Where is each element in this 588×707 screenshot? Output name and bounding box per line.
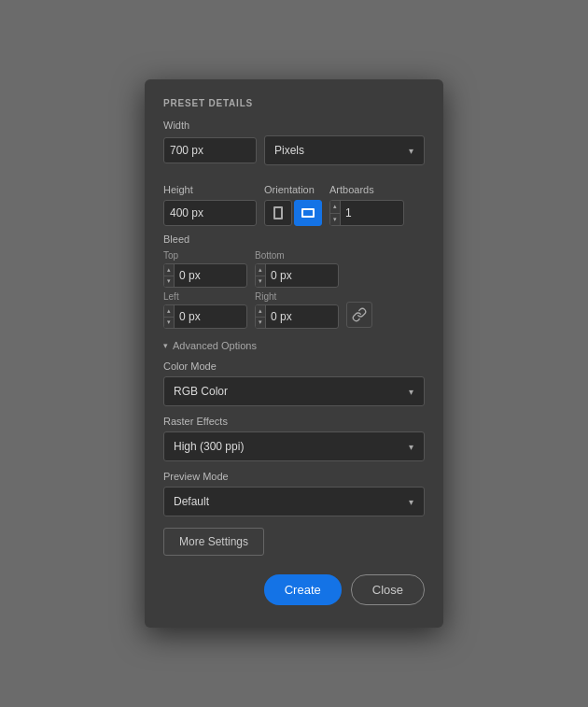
advanced-chevron-icon: ▾ xyxy=(163,341,168,350)
bleed-left-spinner: ▴ ▾ xyxy=(164,305,175,328)
dialog-title: PRESET DETAILS xyxy=(163,98,425,108)
bleed-top-label: Top xyxy=(163,250,247,261)
unit-select-arrow: ▾ xyxy=(398,146,424,156)
bleed-bottom-input[interactable] xyxy=(266,264,339,287)
bleed-right-field: Right ▴ ▾ xyxy=(255,291,339,329)
orientation-label: Orientation xyxy=(264,184,315,195)
bleed-left-input[interactable] xyxy=(175,305,247,328)
landscape-button[interactable] xyxy=(294,200,322,226)
preview-mode-select-wrap[interactable]: Default Pixel Overprint ▾ xyxy=(163,487,425,516)
preview-mode-label: Preview Mode xyxy=(163,471,425,482)
artboards-input[interactable] xyxy=(341,201,404,225)
height-label: Height xyxy=(163,184,257,195)
chevron-down-icon: ▾ xyxy=(409,497,413,507)
color-mode-label: Color Mode xyxy=(163,361,425,372)
artboards-spinner: ▴ ▾ xyxy=(330,201,341,225)
width-input-group xyxy=(163,137,257,163)
more-settings-button[interactable]: More Settings xyxy=(163,528,264,556)
orientation-buttons xyxy=(264,200,322,226)
bleed-top-increment[interactable]: ▴ xyxy=(164,264,174,276)
portrait-icon xyxy=(273,206,283,219)
bleed-left-right-row: Left ▴ ▾ Right ▴ ▾ xyxy=(163,291,425,329)
unit-select-wrap[interactable]: Pixels Inches Centimeters Millimeters Po… xyxy=(264,135,425,165)
close-button[interactable]: Close xyxy=(351,574,425,605)
bleed-right-label: Right xyxy=(255,291,339,302)
bleed-right-input[interactable] xyxy=(266,305,339,328)
chevron-down-icon: ▾ xyxy=(409,387,413,397)
width-label: Width xyxy=(163,120,425,131)
height-input[interactable] xyxy=(164,201,230,225)
bleed-top-field: Top ▴ ▾ xyxy=(163,250,247,288)
raster-effects-select-wrap[interactable]: Screen (72 ppi) Medium (150 ppi) High (3… xyxy=(163,431,425,461)
bleed-top-input[interactable] xyxy=(175,264,247,287)
preview-mode-select[interactable]: Default Pixel Overprint xyxy=(164,488,398,516)
bleed-bottom-spinner: ▴ ▾ xyxy=(256,264,266,287)
bleed-left-input-group: ▴ ▾ xyxy=(163,304,247,329)
bleed-top-spinner: ▴ ▾ xyxy=(164,264,175,287)
bleed-bottom-decrement[interactable]: ▾ xyxy=(256,276,265,288)
bleed-bottom-increment[interactable]: ▴ xyxy=(256,264,265,276)
bleed-top-input-group: ▴ ▾ xyxy=(163,263,247,288)
artboards-input-group: ▴ ▾ xyxy=(329,200,404,226)
bleed-right-spinner: ▴ ▾ xyxy=(256,305,266,328)
bleed-right-input-group: ▴ ▾ xyxy=(255,304,339,329)
unit-select[interactable]: Pixels Inches Centimeters Millimeters Po… xyxy=(265,136,398,164)
artboards-decrement[interactable]: ▾ xyxy=(330,214,340,226)
artboards-label: Artboards xyxy=(329,184,374,195)
dialog-footer: Create Close xyxy=(163,574,425,605)
bleed-left-field: Left ▴ ▾ xyxy=(163,291,247,329)
bleed-bottom-field: Bottom ▴ ▾ xyxy=(255,250,339,288)
link-bleed-button[interactable] xyxy=(346,302,372,328)
preview-mode-arrow: ▾ xyxy=(398,497,424,507)
color-mode-select[interactable]: RGB Color CMYK Color Grayscale xyxy=(164,377,398,405)
bleed-label: Bleed xyxy=(163,233,425,245)
landscape-icon xyxy=(301,208,315,218)
color-mode-select-wrap[interactable]: RGB Color CMYK Color Grayscale ▾ xyxy=(163,376,425,406)
bleed-top-bottom-row: Top ▴ ▾ Bottom ▴ ▾ xyxy=(163,250,425,288)
bleed-top-decrement[interactable]: ▾ xyxy=(164,276,174,288)
bleed-bottom-label: Bottom xyxy=(255,250,339,261)
portrait-button[interactable] xyxy=(264,200,292,226)
artboards-increment[interactable]: ▴ xyxy=(330,201,340,214)
bleed-bottom-input-group: ▴ ▾ xyxy=(255,263,339,288)
advanced-options-toggle[interactable]: ▾ Advanced Options xyxy=(163,340,425,351)
bleed-left-decrement[interactable]: ▾ xyxy=(164,318,174,329)
bleed-left-label: Left xyxy=(163,291,247,302)
height-input-group xyxy=(163,200,257,226)
bleed-right-increment[interactable]: ▴ xyxy=(256,305,265,318)
preset-details-dialog: PRESET DETAILS Width Pixels Inches Centi… xyxy=(145,79,443,628)
raster-effects-select[interactable]: Screen (72 ppi) Medium (150 ppi) High (3… xyxy=(164,432,398,460)
width-input[interactable] xyxy=(164,138,230,163)
color-mode-arrow: ▾ xyxy=(398,387,424,397)
bleed-right-decrement[interactable]: ▾ xyxy=(256,318,265,329)
chevron-down-icon: ▾ xyxy=(409,146,413,156)
raster-effects-label: Raster Effects xyxy=(163,416,425,427)
chevron-down-icon: ▾ xyxy=(409,442,413,452)
create-button[interactable]: Create xyxy=(264,574,342,605)
raster-effects-arrow: ▾ xyxy=(398,442,424,452)
advanced-options-label: Advanced Options xyxy=(173,340,257,351)
bleed-section: Bleed Top ▴ ▾ Bottom ▴ ▾ xyxy=(163,233,425,329)
link-icon xyxy=(352,307,367,322)
bleed-left-increment[interactable]: ▴ xyxy=(164,305,174,318)
